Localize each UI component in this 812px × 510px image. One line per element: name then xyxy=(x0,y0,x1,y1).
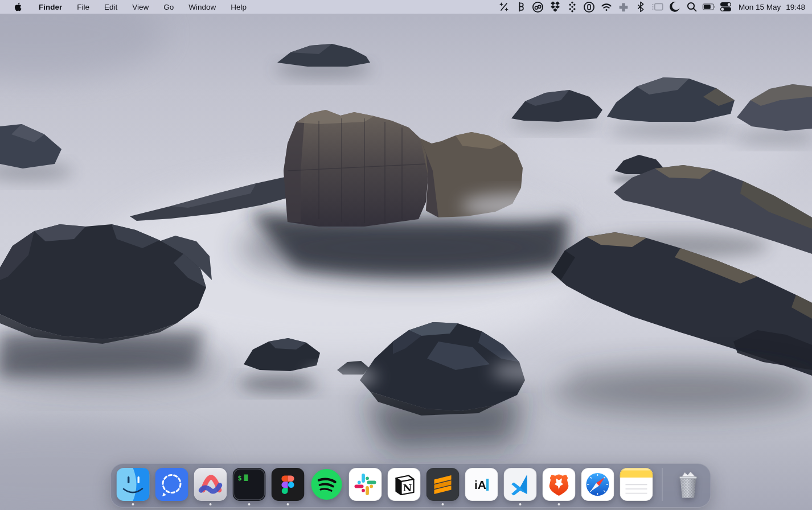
arc-icon xyxy=(194,468,227,501)
clock-time: 19:48 xyxy=(786,3,805,11)
one-password-icon[interactable] xyxy=(583,0,596,14)
svg-text:N: N xyxy=(403,482,412,493)
dock-item-trash[interactable] xyxy=(672,468,705,501)
menu-view[interactable]: View xyxy=(125,3,156,11)
apple-menu[interactable] xyxy=(10,1,27,13)
menu-finder[interactable]: Finder xyxy=(31,3,69,11)
brave-icon xyxy=(543,468,576,501)
apple-icon xyxy=(14,1,23,13)
trash-full-icon xyxy=(672,468,705,501)
finder-icon xyxy=(117,468,150,501)
spotify-icon xyxy=(310,468,343,501)
running-indicator xyxy=(248,503,251,505)
sidebar-window-icon[interactable] xyxy=(651,0,665,14)
menu-go[interactable]: Go xyxy=(156,3,181,11)
dock-item-sublime-text[interactable] xyxy=(426,468,460,501)
dock-separator xyxy=(662,468,663,501)
menu-help[interactable]: Help xyxy=(223,3,254,11)
wallpaper-image xyxy=(0,0,812,510)
dock-item-figma[interactable] xyxy=(272,468,305,501)
dock-item-finder[interactable] xyxy=(117,468,150,501)
wifi-icon[interactable] xyxy=(600,0,613,14)
bluetooth-icon[interactable] xyxy=(634,0,647,14)
vscode-icon xyxy=(504,468,537,501)
running-indicator xyxy=(210,503,212,505)
dock-item-slack[interactable] xyxy=(349,468,382,501)
figma-icon xyxy=(272,468,305,501)
signal-icon xyxy=(155,468,188,501)
sparkles-slash-icon[interactable] xyxy=(497,0,511,14)
dock-item-safari[interactable] xyxy=(581,468,614,501)
terminal-icon: $ xyxy=(233,468,266,501)
running-indicator xyxy=(132,503,134,505)
control-center-icon[interactable] xyxy=(719,0,733,14)
dock-item-terminal[interactable]: $ xyxy=(233,468,266,501)
desktop[interactable]: Finder File Edit View Go Window Help xyxy=(0,0,812,510)
sublime-text-icon xyxy=(426,468,460,501)
running-indicator xyxy=(558,503,560,505)
running-indicator xyxy=(519,503,522,505)
dock-item-vscode[interactable] xyxy=(504,468,537,501)
notes-icon xyxy=(620,468,653,501)
key-glyph-icon[interactable] xyxy=(514,0,528,14)
running-indicator xyxy=(287,503,289,505)
focus-moon-icon[interactable] xyxy=(668,0,682,14)
dock-item-spotify[interactable] xyxy=(310,468,343,501)
spotlight-search-icon[interactable] xyxy=(685,0,699,14)
menu-file[interactable]: File xyxy=(69,3,97,11)
menu-edit[interactable]: Edit xyxy=(97,3,125,11)
ia-writer-icon: iA xyxy=(465,468,498,501)
safari-icon xyxy=(581,468,614,501)
dock-item-notes[interactable] xyxy=(620,468,653,501)
menu-window[interactable]: Window xyxy=(181,3,223,11)
dock-item-arc[interactable] xyxy=(194,468,227,501)
clock-date: Mon 15 May xyxy=(739,3,781,11)
dock-item-signal[interactable] xyxy=(155,468,188,501)
running-indicator xyxy=(442,503,444,505)
creative-cloud-icon[interactable] xyxy=(531,0,545,14)
dots-cluster-icon[interactable] xyxy=(565,0,579,14)
dock-item-ia-writer[interactable]: iA xyxy=(465,468,498,501)
slack-icon xyxy=(349,468,382,501)
menu-bar: Finder File Edit View Go Window Help xyxy=(0,0,812,14)
menubar-clock[interactable]: Mon 15 May19:48 xyxy=(739,3,805,11)
svg-text:iA: iA xyxy=(474,478,486,491)
battery-icon[interactable] xyxy=(702,0,716,14)
svg-text:$: $ xyxy=(238,474,242,482)
dock-item-notion[interactable]: N xyxy=(388,468,421,501)
dock-item-brave[interactable] xyxy=(543,468,576,501)
health-plus-icon[interactable] xyxy=(617,0,630,14)
dock: $ xyxy=(110,463,711,508)
notion-icon: N xyxy=(388,468,421,501)
dropbox-icon[interactable] xyxy=(548,0,562,14)
